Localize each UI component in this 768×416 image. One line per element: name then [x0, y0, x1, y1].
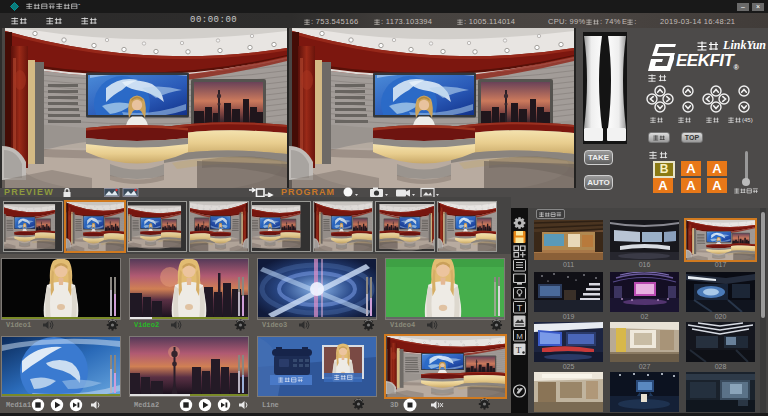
svg-text:T: T — [516, 345, 522, 355]
svg-text:M: M — [516, 332, 523, 341]
svg-text:T: T — [517, 303, 523, 313]
